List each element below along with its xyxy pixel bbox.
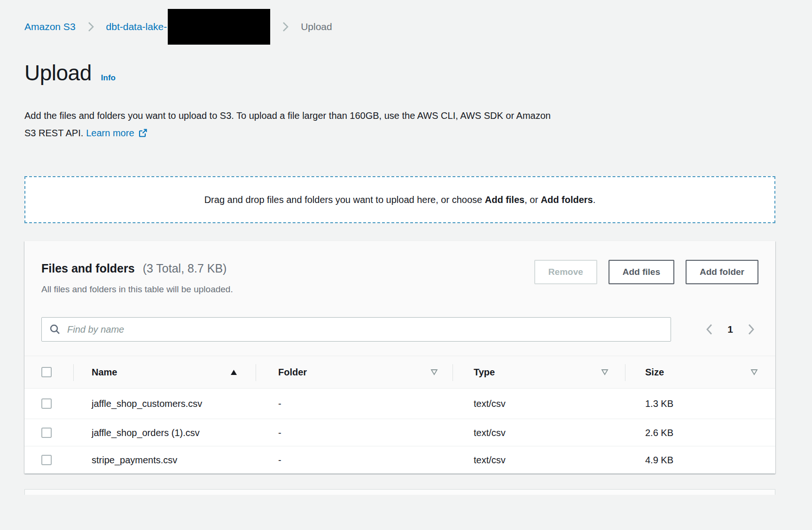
panel-count: (3 Total, 8.7 KB)	[143, 262, 227, 275]
column-label-size: Size	[645, 367, 664, 378]
redaction-box	[168, 9, 270, 45]
sort-none-icon[interactable]	[750, 369, 758, 375]
search-icon	[49, 324, 61, 335]
sort-ascending-icon[interactable]	[230, 369, 237, 375]
row-checkbox[interactable]	[41, 455, 52, 465]
dropzone-text: Drag and drop files and folders you want…	[204, 195, 596, 205]
row-checkbox[interactable]	[41, 398, 52, 409]
select-all-checkbox[interactable]	[41, 367, 52, 377]
table-row[interactable]: jaffle_shop_orders (1).csv - text/csv 2.…	[24, 419, 775, 446]
pagination: 1	[706, 324, 758, 335]
file-name: jaffle_shop_customers.csv	[92, 398, 202, 409]
column-header-name[interactable]: Name	[73, 356, 256, 388]
panel-subtitle: All files and folders in this table will…	[41, 283, 233, 296]
breadcrumb-upload: Upload	[301, 21, 332, 32]
files-table: Name Folder Type	[24, 356, 775, 474]
column-header-size[interactable]: Size	[625, 356, 775, 388]
file-type: text/csv	[453, 452, 625, 468]
chevron-right-icon	[282, 22, 289, 32]
file-name: stripe_payments.csv	[92, 455, 177, 465]
external-link-icon	[138, 126, 148, 143]
sort-none-icon[interactable]	[430, 369, 438, 375]
intro-line1: Add the files and folders you want to up…	[24, 107, 775, 125]
page-title: Upload	[24, 60, 92, 86]
row-checkbox[interactable]	[41, 428, 52, 438]
file-folder: -	[256, 395, 453, 412]
sort-none-icon[interactable]	[601, 369, 609, 375]
table-row[interactable]: jaffle_shop_customers.csv - text/csv 1.3…	[24, 389, 775, 419]
column-label-type: Type	[474, 367, 495, 378]
column-label-name: Name	[92, 367, 117, 378]
file-type: text/csv	[453, 424, 625, 441]
table-row[interactable]: stripe_payments.csv - text/csv 4.9 KB	[24, 446, 775, 474]
previous-page-icon[interactable]	[706, 324, 712, 335]
file-folder: -	[256, 452, 453, 468]
learn-more-link[interactable]: Learn more	[86, 128, 134, 138]
files-panel: Files and folders (3 Total, 8.7 KB) All …	[24, 241, 775, 474]
table-header-row: Name Folder Type	[24, 356, 775, 389]
file-folder: -	[256, 424, 453, 441]
chevron-right-icon	[88, 22, 94, 32]
add-files-button[interactable]: Add files	[609, 260, 674, 284]
next-panel-edge	[24, 489, 775, 495]
drag-drop-zone[interactable]: Drag and drop files and folders you want…	[24, 176, 775, 223]
breadcrumb-amazon-s3[interactable]: Amazon S3	[24, 21, 76, 32]
intro-paragraph: Add the files and folders you want to up…	[24, 107, 775, 143]
breadcrumb-bucket[interactable]: dbt-data-lake-	[106, 21, 167, 32]
file-size: 2.6 KB	[625, 424, 775, 441]
file-size: 4.9 KB	[625, 452, 775, 468]
file-size: 1.3 KB	[625, 395, 775, 412]
info-link[interactable]: Info	[101, 73, 116, 83]
intro-line2: S3 REST API.	[24, 128, 83, 138]
search-placeholder: Find by name	[67, 324, 124, 335]
next-page-icon[interactable]	[748, 324, 755, 335]
select-all-cell	[24, 367, 73, 377]
file-type: text/csv	[453, 395, 625, 412]
breadcrumb: Amazon S3 dbt-data-lake- Upload	[24, 19, 775, 35]
column-header-type[interactable]: Type	[453, 356, 625, 388]
column-label-folder: Folder	[278, 367, 307, 378]
file-name: jaffle_shop_orders (1).csv	[92, 428, 200, 438]
add-folder-button[interactable]: Add folder	[686, 260, 758, 284]
current-page-number[interactable]: 1	[727, 324, 733, 335]
search-input[interactable]: Find by name	[41, 317, 671, 342]
panel-title: Files and folders	[41, 262, 135, 275]
column-header-folder[interactable]: Folder	[256, 356, 453, 388]
remove-button[interactable]: Remove	[534, 260, 597, 284]
